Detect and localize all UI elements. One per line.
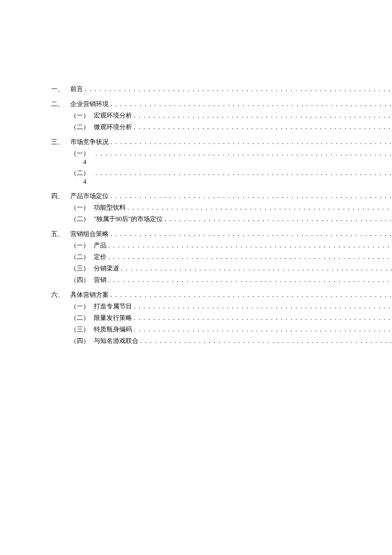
toc-main-line: 市场竞争状况4 [70,138,392,146]
toc-main-line: 产品市场定位5 [70,192,392,200]
toc-sub-prefix: （二） [70,215,89,223]
toc-sub-title: 分销渠道 [94,265,119,273]
toc-main-line: 前言1 [70,85,392,93]
toc-title: 企业营销环境 [70,100,109,108]
toc-dots [108,253,392,261]
toc-sub-prefix: （一） [70,112,89,120]
section-content: 市场竞争状况4（一）饮料行业一般市场分析4（二）饮料行业内的竞争分析4 [70,138,392,189]
toc-dots [134,326,392,333]
toc-sub-line: （一）产品6 [70,242,392,250]
toc-main-line: 具体营销方案8 [70,291,392,299]
toc-sub-title: 功能型饮料 [94,204,126,212]
toc-main-line: 营销组合策略6 [70,230,392,238]
toc-sub-prefix: （二） [70,169,89,177]
toc-sub-prefix: （一） [70,242,89,250]
section-content: 营销组合策略6（一）产品6（二）定价7（三）分销渠道8（四）营销8 [70,230,392,288]
toc-section: 六、具体营销方案8（一）打造专属节目8（二）限量发行策略8（三）特质瓶身编码9（… [51,291,354,348]
toc-dots [127,204,392,211]
toc-dots [108,242,392,249]
toc-sub-prefix: （四） [70,276,89,284]
toc-dots [110,230,392,238]
section-number: 六、 [51,291,70,299]
toc-dots [134,303,392,310]
section-number: 一、 [51,85,70,93]
toc-sub-line: （二）"独属于90后"的市场定位6 [70,215,392,223]
toc-page: 4 [70,158,392,166]
toc-sub-title: 产品 [94,242,107,250]
toc-dots [134,314,392,322]
toc-sub-line: （一）宏观环境分析1 [70,112,392,120]
toc-sub-line: （四）营销8 [70,276,392,284]
section-number: 五、 [51,230,70,238]
toc-sub-title: 定价 [94,253,107,261]
toc-dots [134,124,392,131]
section-content: 产品市场定位5（一）功能型饮料5（二）"独属于90后"的市场定位6 [70,192,392,227]
toc-sub-prefix: （二） [70,253,89,261]
toc-sub-title: 限量发行策略 [94,314,132,322]
toc-dots [164,216,392,223]
toc-sub-title: 营销 [94,276,107,284]
toc-sub-title: 特质瓶身编码 [94,325,132,334]
section-content: 前言1 [70,85,392,97]
toc-sub-line: （二）微观环境分析3 [70,123,392,131]
toc-sub-prefix: （三） [70,265,89,273]
toc-dots [108,276,392,284]
toc-section: 五、营销组合策略6（一）产品6（二）定价7（三）分销渠道8（四）营销8 [51,230,354,288]
toc-sub-prefix: （二） [70,314,89,322]
toc-sub-line: （一）打造专属节目8 [70,302,392,311]
toc-sub-title: 微观环境分析 [94,123,132,131]
section-content: 具体营销方案8（一）打造专属节目8（二）限量发行策略8（三）特质瓶身编码9（四）… [70,291,392,348]
section-number: 三、 [51,138,70,146]
toc-sub-prefix: （一） [70,204,89,212]
section-number: 二、 [51,100,70,108]
toc-sub-line: （四）与知名游戏联合9 [70,337,392,345]
toc-sub-title: "独属于90后"的市场定位 [94,215,163,223]
toc-dots [95,150,392,157]
toc-sub-prefix: （二） [70,123,89,131]
toc-dots [110,193,392,200]
toc-sub-line: （三）特质瓶身编码9 [70,325,392,334]
toc-sub-title: 与知名游戏联合 [94,337,138,345]
toc-dots [110,138,392,146]
toc-dots [85,86,392,93]
section-number: 四、 [51,192,70,200]
toc-title: 市场竞争状况 [70,138,109,146]
toc-sub-line: （二）饮料行业内的竞争分析4 [70,169,392,185]
toc-sub-title: 打造专属节目 [94,302,132,311]
toc-title: 营销组合策略 [70,230,109,238]
toc-section: 二、企业营销环境1（一）宏观环境分析1（二）微观环境分析3 [51,100,354,135]
toc-section: 一、前言1 [51,85,354,97]
toc-sub-prefix: （一） [70,302,89,311]
toc-main-line: 企业营销环境1 [70,100,392,108]
toc-sub-title: 宏观环境分析 [94,112,132,120]
toc-title: 前言 [70,85,83,93]
toc-sub-prefix: （一） [70,150,89,158]
toc-dots [110,101,392,108]
toc-sub-prefix: （四） [70,337,89,345]
toc-title: 具体营销方案 [70,291,109,299]
toc-page: 4 [70,178,392,185]
toc-sub-line: （一）功能型饮料5 [70,204,392,212]
toc-sub-prefix: （三） [70,325,89,334]
toc-dots [121,265,392,272]
section-content: 企业营销环境1（一）宏观环境分析1（二）微观环境分析3 [70,100,392,135]
toc-dots [140,337,392,345]
toc-sub-line: （二）限量发行策略8 [70,314,392,322]
toc-section: 四、产品市场定位5（一）功能型饮料5（二）"独属于90后"的市场定位6 [51,192,354,227]
toc-sub-line: （三）分销渠道8 [70,265,392,273]
toc-dots [95,170,392,177]
toc-title: 产品市场定位 [70,192,109,200]
toc-dots [134,112,392,119]
toc-dots [110,291,392,299]
table-of-contents: 一、前言1二、企业营销环境1（一）宏观环境分析1（二）微观环境分析3三、市场竞争… [51,85,354,348]
toc-sub-line: （二）定价7 [70,253,392,261]
toc-sub-line: （一）饮料行业一般市场分析4 [70,150,392,166]
toc-section: 三、市场竞争状况4（一）饮料行业一般市场分析4（二）饮料行业内的竞争分析4 [51,138,354,189]
